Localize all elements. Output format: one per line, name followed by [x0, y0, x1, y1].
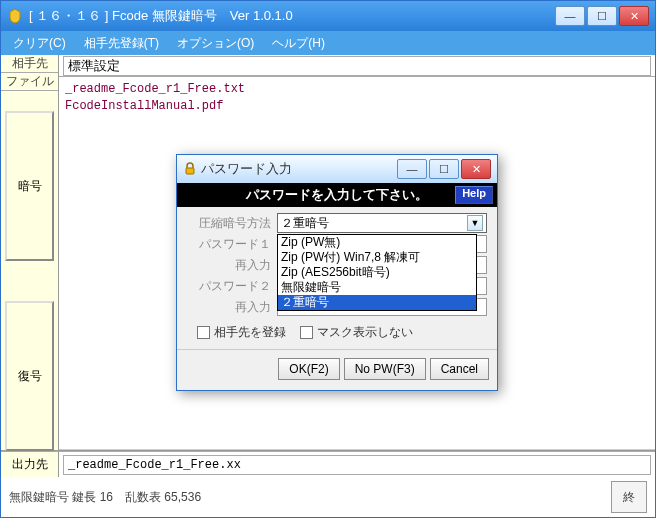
end-button[interactable]: 終	[611, 481, 647, 513]
app-icon	[7, 8, 23, 24]
dropdown-option[interactable]: Zip (AES256bit暗号)	[278, 265, 476, 280]
checkbox-icon	[300, 326, 313, 339]
side-file-label: ファイル	[1, 73, 58, 91]
side-dest-label: 相手先	[1, 55, 58, 73]
menu-options[interactable]: オプション(O)	[177, 35, 254, 52]
pw1-label: パスワード１	[187, 236, 277, 253]
pw2r-label: 再入力	[187, 299, 277, 316]
lock-icon	[183, 162, 197, 176]
minimize-button[interactable]: —	[555, 6, 585, 26]
close-button[interactable]: ✕	[619, 6, 649, 26]
statusbar: 無限鍵暗号 鍵長 16 乱数表 65,536 終	[1, 477, 655, 517]
register-dest-checkbox[interactable]: 相手先を登録	[197, 324, 286, 341]
maximize-button[interactable]: ☐	[587, 6, 617, 26]
menubar: クリア(C) 相手先登録(T) オプション(O) ヘルプ(H)	[1, 31, 655, 55]
dialog-titlebar: パスワード入力 — ☐ ✕	[177, 155, 497, 183]
file-item[interactable]: _readme_Fcode_r1_Free.txt	[65, 81, 649, 98]
method-select[interactable]: ２重暗号 ▼	[277, 213, 487, 233]
no-mask-checkbox[interactable]: マスク表示しない	[300, 324, 413, 341]
decrypt-button[interactable]: 復号	[5, 301, 54, 451]
output-field[interactable]	[63, 455, 651, 475]
menu-register[interactable]: 相手先登録(T)	[84, 35, 159, 52]
output-label: 出力先	[1, 452, 59, 477]
pw1r-label: 再入力	[187, 257, 277, 274]
cancel-button[interactable]: Cancel	[430, 358, 489, 380]
dropdown-option[interactable]: Zip (PW無)	[278, 235, 476, 250]
checkbox-icon	[197, 326, 210, 339]
dropdown-option[interactable]: Zip (PW付) Win7,8 解凍可	[278, 250, 476, 265]
main-title: [ １６・１６ ] Fcode 無限鍵暗号 Ver 1.0.1.0	[29, 7, 555, 25]
dest-select[interactable]	[63, 56, 651, 76]
svg-rect-0	[186, 168, 194, 174]
dialog-title: パスワード入力	[201, 160, 292, 178]
ok-button[interactable]: OK(F2)	[278, 358, 339, 380]
no-pw-button[interactable]: No PW(F3)	[344, 358, 426, 380]
dialog-prompt: パスワードを入力して下さい。	[246, 186, 428, 204]
dialog-maximize-button[interactable]: ☐	[429, 159, 459, 179]
method-label: 圧縮暗号方法	[187, 215, 277, 232]
encrypt-button[interactable]: 暗号	[5, 111, 54, 261]
status-text: 無限鍵暗号 鍵長 16 乱数表 65,536	[9, 489, 201, 506]
main-titlebar: [ １６・１６ ] Fcode 無限鍵暗号 Ver 1.0.1.0 — ☐ ✕	[1, 1, 655, 31]
menu-clear[interactable]: クリア(C)	[13, 35, 66, 52]
dropdown-option-selected[interactable]: ２重暗号	[278, 295, 476, 310]
menu-help[interactable]: ヘルプ(H)	[272, 35, 325, 52]
dialog-minimize-button[interactable]: —	[397, 159, 427, 179]
dropdown-option[interactable]: 無限鍵暗号	[278, 280, 476, 295]
dialog-close-button[interactable]: ✕	[461, 159, 491, 179]
help-button[interactable]: Help	[455, 186, 493, 204]
sidebar: 相手先 ファイル 暗号 復号	[1, 55, 59, 450]
chevron-down-icon[interactable]: ▼	[467, 215, 483, 231]
method-dropdown-list[interactable]: Zip (PW無) Zip (PW付) Win7,8 解凍可 Zip (AES2…	[277, 234, 477, 311]
password-dialog: パスワード入力 — ☐ ✕ パスワードを入力して下さい。 Help 圧縮暗号方法…	[176, 154, 498, 391]
pw2-label: パスワード２	[187, 278, 277, 295]
file-item[interactable]: FcodeInstallManual.pdf	[65, 98, 649, 115]
dialog-prompt-bar: パスワードを入力して下さい。 Help	[177, 183, 497, 207]
